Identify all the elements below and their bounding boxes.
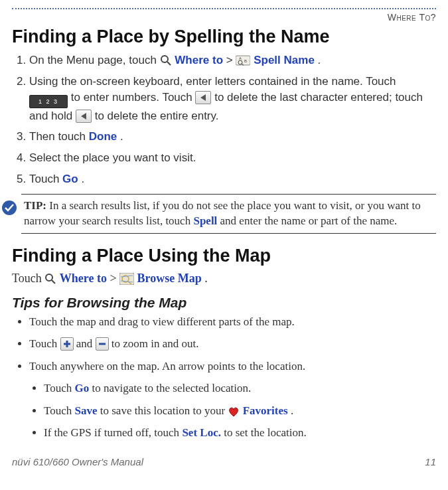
footer-page-number: 11: [425, 456, 436, 467]
magnifier-icon-2: [44, 273, 56, 285]
step-1-sep: >: [226, 54, 236, 66]
tip-3: Touch anywhere on the map. An arrow poin…: [29, 358, 436, 375]
link-where-to-2: Where to: [60, 272, 107, 285]
step-5: Touch Go .: [29, 171, 436, 187]
step-3-end: .: [120, 130, 123, 143]
sub-3-c: to set the location.: [224, 426, 307, 439]
tip-2: Touch and to zoom in and out.: [29, 335, 436, 353]
step-1-end: .: [318, 54, 321, 66]
footer: nüvi 610/660 Owner's Manual 11: [12, 456, 436, 474]
para-sep: >: [110, 272, 119, 285]
tip-text: TIP: In a search results list, if you do…: [24, 199, 433, 229]
para-a: Touch: [12, 272, 44, 285]
heading-spell-name: Finding a Place by Spelling the Name: [12, 27, 436, 47]
link-go-2: Go: [75, 382, 90, 394]
step-2: Using the on-screen keyboard, enter lett…: [29, 74, 436, 124]
tip-text-c: and enter the name or part of the name.: [220, 214, 398, 227]
checkmark-icon: [1, 200, 17, 229]
svg-point-10: [46, 274, 52, 281]
svg-text:A: A: [239, 56, 242, 60]
link-where-to-1: Where to: [175, 54, 223, 66]
sub-1-a: Touch: [44, 382, 75, 394]
step-5-end: .: [81, 173, 84, 185]
numbers-key-icon: 1 2 3: [29, 95, 68, 108]
para-end: .: [204, 272, 208, 285]
heading-using-map: Finding a Place Using the Map: [12, 246, 436, 266]
svg-line-11: [52, 280, 55, 284]
step-2-text-d: to delete the entire entry.: [95, 110, 219, 122]
step-5-text-a: Touch: [29, 173, 62, 185]
minus-icon: [96, 337, 109, 351]
sub-3-a: If the GPS if turned off, touch: [44, 426, 182, 439]
svg-marker-8: [81, 113, 86, 120]
spell-name-icon: AB: [236, 54, 250, 66]
step-1-text-a: On the Menu page, touch: [29, 54, 160, 66]
svg-point-0: [161, 56, 168, 62]
link-favorites: Favorites: [243, 404, 288, 417]
magnifier-icon: [160, 54, 172, 66]
footer-left: nüvi 610/660 Owner's Manual: [12, 456, 143, 467]
sub-2-c: to save this location to your: [100, 404, 228, 417]
step-2-text-b: to enter numbers. Touch: [71, 91, 196, 104]
sub-2-a: Touch: [44, 404, 75, 417]
plus-icon: [60, 337, 74, 351]
heading-tips: Tips for Browsing the Map: [12, 295, 436, 311]
step-2-text-a: Using the on-screen keyboard, enter lett…: [29, 75, 396, 88]
tips-sublist: Touch Go to navigate to the selected loc…: [44, 380, 436, 442]
sub-1: Touch Go to navigate to the selected loc…: [44, 380, 436, 397]
link-spell: Spell: [193, 214, 217, 227]
top-border: [12, 8, 436, 9]
link-spell-name: Spell Name: [254, 54, 315, 66]
tip-label: TIP:: [24, 199, 46, 212]
sub-1-c: to navigate to the selected location.: [92, 382, 251, 394]
tip-2-b: and: [76, 337, 96, 350]
tip-2-c: to zoom in and out.: [112, 337, 199, 350]
link-set-loc: Set Loc.: [182, 426, 221, 439]
sub-2: Touch Save to save this location to your…: [44, 402, 436, 420]
link-save: Save: [75, 404, 98, 417]
link-go: Go: [62, 173, 78, 185]
svg-marker-7: [200, 94, 206, 101]
sub-3: If the GPS if turned off, touch Set Loc.…: [44, 424, 436, 442]
link-browse-map: Browse Map: [137, 272, 202, 285]
browse-map-icon: [119, 273, 134, 285]
back-key-icon: [195, 91, 211, 104]
svg-rect-2: [236, 56, 250, 65]
tip-2-a: Touch: [29, 337, 60, 350]
back-key-icon-2: [76, 110, 92, 123]
step-3-text-a: Then touch: [29, 130, 89, 143]
step-1: On the Menu page, touch Where to > AB Sp…: [29, 52, 436, 68]
heart-icon: [228, 406, 240, 417]
tip-box: TIP: In a search results list, if you do…: [21, 194, 436, 234]
running-head: Where To?: [12, 12, 436, 23]
sub-2-end: .: [291, 404, 293, 417]
tip-1: Touch the map and drag to view different…: [29, 313, 436, 331]
tips-list: Touch the map and drag to view different…: [29, 313, 436, 375]
steps-spell-name: On the Menu page, touch Where to > AB Sp…: [29, 52, 436, 187]
step-3: Then touch Done .: [29, 129, 436, 145]
svg-line-1: [167, 62, 171, 65]
svg-text:B: B: [244, 59, 247, 63]
link-done: Done: [89, 130, 117, 143]
para-browse-map: Touch Where to > Browse Map .: [12, 272, 436, 286]
step-4: Select the place you want to visit.: [29, 150, 436, 166]
